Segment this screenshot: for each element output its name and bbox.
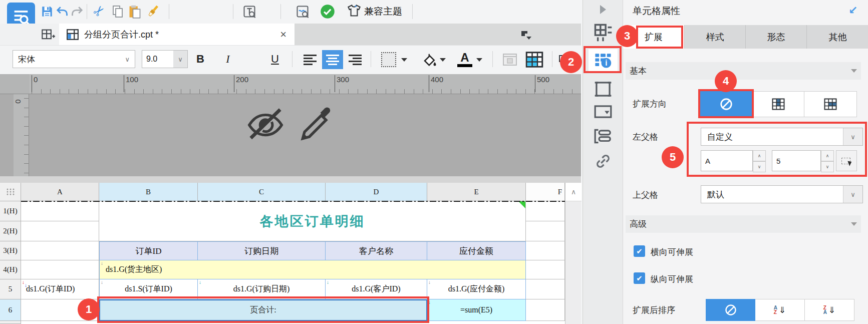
left-parent-col-field[interactable]: A xyxy=(701,150,753,171)
up-parent-select[interactable]: 默认 ∨ xyxy=(701,185,863,203)
cell-F4[interactable] xyxy=(526,260,565,279)
v-expandable-checkbox-checked[interactable]: ✔ xyxy=(634,272,645,284)
preview-search-button[interactable] xyxy=(295,4,311,20)
col-header-F[interactable]: F xyxy=(526,183,565,201)
hyperlink-tool-icon[interactable] xyxy=(594,152,612,170)
row-header-7-partial[interactable] xyxy=(0,321,21,324)
cell-C5[interactable]: ↓ ds1.G(订购日期) xyxy=(198,279,326,299)
sheet-corner-cell[interactable] xyxy=(0,183,21,201)
sort-descending-button[interactable]: ZA ⇓ xyxy=(805,299,854,321)
expand-vertical-button[interactable] xyxy=(752,91,804,117)
cell-element-tool-icon[interactable] xyxy=(594,23,613,42)
text-search-button[interactable] xyxy=(241,4,257,20)
widget-tool-icon[interactable] xyxy=(594,104,613,119)
font-color-button[interactable]: A xyxy=(455,49,475,69)
row-header-5[interactable]: 5 xyxy=(0,279,21,299)
cell-D3[interactable]: 客户名称 xyxy=(326,241,427,260)
fill-dropdown-arrow-icon[interactable] xyxy=(440,58,446,62)
redo-button[interactable] xyxy=(70,4,84,19)
cell-A5[interactable]: ↓ ↓ ds1.G(订单ID) xyxy=(21,279,99,299)
cell-B3[interactable]: 订单ID xyxy=(99,241,198,260)
sheet-scrollbar[interactable]: ∧ xyxy=(565,183,581,324)
col-header-C[interactable]: C xyxy=(198,183,326,201)
tab-overflow-icon[interactable] xyxy=(518,29,535,41)
align-right-button[interactable] xyxy=(345,50,366,69)
left-parent-row-field[interactable]: 5 xyxy=(772,150,821,171)
table-style-button[interactable] xyxy=(524,50,545,69)
tab-close-icon[interactable]: × xyxy=(280,28,286,41)
validate-check-icon[interactable] xyxy=(320,4,336,20)
underline-button[interactable]: U xyxy=(266,50,283,68)
bold-button[interactable]: B xyxy=(192,50,209,68)
float-element-tool-icon[interactable] xyxy=(594,128,613,144)
row-header-4H[interactable]: 4(H) xyxy=(0,260,21,279)
sum-formula-cell[interactable]: ↓ =sum(E5) xyxy=(427,299,526,321)
scroll-up-button[interactable]: ∧ xyxy=(565,183,582,201)
stepper-down-icon[interactable]: ∨ xyxy=(821,161,834,172)
section-advanced[interactable]: 高级 xyxy=(626,215,861,233)
paste-button[interactable] xyxy=(127,4,143,20)
font-size-select[interactable]: 9.0 ∨ xyxy=(142,50,188,68)
page-total-cell-selected[interactable]: 页合计: xyxy=(99,299,427,321)
cell-B5[interactable]: ↓ ds1.S(订单ID) xyxy=(99,279,198,299)
sort-ascending-button[interactable]: AZ ⇓ xyxy=(755,299,805,321)
cell-F3[interactable] xyxy=(526,241,565,260)
cell-D5[interactable]: ↓ ds1.G(客户ID) xyxy=(326,279,427,299)
group-cell-B4[interactable]: ↓ ds1.G(货主地区) xyxy=(99,260,526,279)
left-parent-select[interactable]: 自定义 ∨ xyxy=(701,128,863,146)
report-title-cell[interactable]: 各地区订单明细 xyxy=(99,201,526,241)
pick-cell-button[interactable] xyxy=(836,150,857,171)
h-expandable-checkbox-checked[interactable]: ✔ xyxy=(634,245,645,257)
expand-none-button-selected[interactable] xyxy=(700,91,752,117)
tab-other[interactable]: 其他 xyxy=(807,25,868,49)
stepper-up-icon[interactable]: ∧ xyxy=(753,150,766,161)
font-family-select[interactable]: 宋体 ∨ xyxy=(13,50,135,68)
active-tab[interactable]: 分组分页合计.cpt * × xyxy=(59,24,295,45)
sort-none-button-selected[interactable] xyxy=(706,299,755,321)
align-left-button[interactable] xyxy=(300,50,321,69)
stepper-up-icon[interactable]: ∧ xyxy=(821,150,834,161)
border-button[interactable] xyxy=(378,51,399,68)
expand-horizontal-button[interactable] xyxy=(804,91,857,117)
cell-E5[interactable]: ↓ ds1.G(应付金额) xyxy=(427,279,526,299)
row-header-6[interactable]: 6 xyxy=(0,299,21,321)
tab-style[interactable]: 样式 xyxy=(685,25,746,49)
cell-F6[interactable] xyxy=(526,299,565,321)
panel-collapse-icon[interactable]: ↙ xyxy=(848,4,857,17)
row-header-3H[interactable]: 3(H) xyxy=(0,241,21,260)
stepper-down-icon[interactable]: ∨ xyxy=(753,161,766,172)
row-header-1H[interactable]: 1(H) xyxy=(0,201,21,221)
font-color-dropdown-arrow-icon[interactable] xyxy=(476,58,482,62)
cell-A3[interactable] xyxy=(21,241,99,260)
align-center-button[interactable] xyxy=(322,50,343,69)
col-header-B[interactable]: B xyxy=(99,183,198,201)
compat-theme-button[interactable]: 兼容主题 xyxy=(344,3,406,20)
new-template-tab-button[interactable] xyxy=(39,27,57,42)
border-dropdown-arrow-icon[interactable] xyxy=(401,58,407,62)
col-header-E[interactable]: E xyxy=(427,183,526,201)
italic-button[interactable]: I xyxy=(219,50,236,68)
left-parent-col-stepper[interactable]: ∧ ∨ xyxy=(753,150,766,172)
copy-button[interactable] xyxy=(110,4,125,19)
cell-attributes-tool-icon-active[interactable]: i xyxy=(589,49,618,71)
section-basic[interactable]: 基本 xyxy=(626,62,861,80)
cell-E3[interactable]: 应付金额 xyxy=(427,241,526,260)
cell-F1[interactable] xyxy=(526,201,565,221)
cell-A2[interactable] xyxy=(21,221,99,241)
cell-A4[interactable] xyxy=(21,260,99,279)
col-header-A[interactable]: A xyxy=(21,183,99,201)
cell-F5[interactable] xyxy=(526,279,565,299)
row-header-2H[interactable]: 2(H) xyxy=(0,221,21,241)
format-painter-button[interactable] xyxy=(145,3,161,19)
fill-color-button[interactable] xyxy=(421,50,439,69)
cell-C3[interactable]: 订购日期 xyxy=(198,241,326,260)
cell-A1[interactable] xyxy=(21,201,99,221)
cell-tool-icon[interactable] xyxy=(594,80,612,98)
left-parent-row-stepper[interactable]: ∧ ∨ xyxy=(821,150,834,172)
tab-form[interactable]: 形态 xyxy=(746,25,807,49)
col-header-D[interactable]: D xyxy=(326,183,427,201)
collapse-panel-arrow-icon[interactable] xyxy=(600,5,606,14)
cell-F2[interactable] xyxy=(526,221,565,241)
undo-button[interactable] xyxy=(55,4,69,19)
save-button[interactable] xyxy=(40,4,54,19)
